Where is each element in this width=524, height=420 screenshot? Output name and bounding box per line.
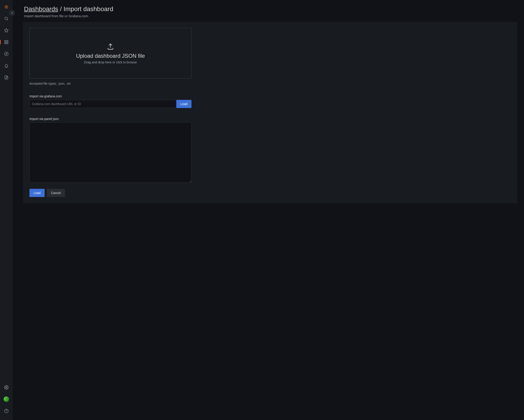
upload-title: Upload dashboard JSON file [76,53,145,59]
svg-rect-4 [5,41,6,42]
compass-icon [4,52,9,56]
search-icon [4,16,9,21]
chevron-right-icon [10,11,14,15]
gear-icon [4,385,9,390]
svg-rect-5 [7,41,8,42]
breadcrumb-current: Import dashboard [64,5,113,13]
import-via-url-group: Import via grafana.com Load [29,94,192,108]
import-via-json-group: Import via panel json [29,117,192,184]
breadcrumb: Dashboards / Import dashboard [24,5,517,13]
sidebar-item-logo[interactable] [2,2,11,11]
action-buttons: Load Cancel [29,189,511,197]
svg-line-2 [7,19,8,20]
main-content: Dashboards / Import dashboard Import das… [13,0,524,420]
sidebar-item-search[interactable] [2,14,11,23]
sidebar-item-help[interactable] [2,406,11,415]
svg-rect-7 [7,43,8,44]
sidebar-item-configuration[interactable] [2,383,11,392]
load-url-button[interactable]: Load [176,100,192,108]
breadcrumb-separator: / [60,5,62,13]
svg-point-12 [6,387,7,388]
help-icon [4,409,9,413]
expand-sidebar-button[interactable] [9,10,15,16]
sidebar-item-alerting[interactable] [2,61,11,70]
svg-marker-3 [5,28,8,32]
accepted-file-types: Accepted file types: .json, .txt [29,82,511,85]
bell-icon [4,63,9,68]
sidebar-item-profile[interactable] [2,395,11,404]
sidebar-item-starred[interactable] [2,26,11,35]
svg-point-8 [5,52,8,56]
import-panel: Upload dashboard JSON file Drag and drop… [23,22,517,203]
avatar-icon [4,396,9,402]
upload-dropzone[interactable]: Upload dashboard JSON file Drag and drop… [29,28,192,79]
file-icon [4,75,9,80]
load-button[interactable]: Load [29,189,44,197]
svg-point-0 [6,6,7,8]
import-url-label: Import via grafana.com [29,94,192,98]
panel-json-textarea[interactable] [29,122,192,183]
upload-icon [107,43,114,51]
import-json-label: Import via panel json [29,117,192,121]
sidebar-item-admin[interactable] [2,73,11,82]
sidebar-item-explore[interactable] [2,49,11,58]
breadcrumb-root-link[interactable]: Dashboards [24,5,58,13]
page-subtitle: Import dashboard from file or Grafana.co… [24,14,517,18]
sidebar [0,0,13,420]
app-root: Dashboards / Import dashboard Import das… [0,0,524,420]
svg-rect-6 [5,43,6,44]
sidebar-item-dashboards[interactable] [2,38,11,47]
svg-marker-9 [6,53,7,55]
upload-hint: Drag and drop here or click to browse [84,61,137,64]
svg-point-1 [5,17,8,20]
page-header: Dashboards / Import dashboard Import das… [24,5,517,18]
star-icon [4,28,9,33]
cancel-button[interactable]: Cancel [47,189,65,197]
dashboards-icon [4,40,9,44]
grafana-url-input[interactable] [29,100,176,108]
grafana-logo-icon [4,5,9,9]
